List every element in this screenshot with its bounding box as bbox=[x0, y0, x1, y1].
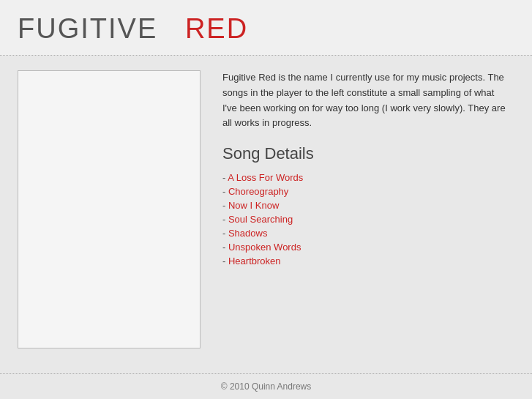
site-title: FUGITIVE RED bbox=[18, 13, 514, 45]
main-content: Fugitive Red is the name I currently use… bbox=[0, 56, 532, 363]
music-player[interactable] bbox=[18, 70, 201, 348]
song-link[interactable]: Choreography bbox=[228, 186, 288, 197]
song-link[interactable]: Unspoken Words bbox=[228, 242, 301, 253]
info-area: Fugitive Red is the name I currently use… bbox=[215, 70, 514, 348]
list-item: - Now I Know bbox=[222, 200, 507, 211]
list-item: - A Loss For Words bbox=[222, 172, 507, 183]
list-item: - Shadows bbox=[222, 228, 507, 239]
site-description: Fugitive Red is the name I currently use… bbox=[222, 70, 507, 131]
song-link[interactable]: A Loss For Words bbox=[228, 172, 303, 183]
site-header: FUGITIVE RED bbox=[0, 0, 532, 56]
site-title-plain: FUGITIVE bbox=[18, 13, 157, 44]
list-item: - Unspoken Words bbox=[222, 242, 507, 253]
song-link[interactable]: Soul Searching bbox=[228, 214, 293, 225]
site-title-accent: RED bbox=[185, 13, 248, 44]
song-link[interactable]: Shadows bbox=[228, 228, 267, 239]
song-link[interactable]: Now I Know bbox=[228, 200, 279, 211]
song-details-heading: Song Details bbox=[222, 144, 507, 163]
copyright-text: © 2010 Quinn Andrews bbox=[221, 381, 312, 392]
list-item: - Choreography bbox=[222, 186, 507, 197]
list-item: - Soul Searching bbox=[222, 214, 507, 225]
site-footer: © 2010 Quinn Andrews bbox=[0, 373, 532, 399]
list-item: - Heartbroken bbox=[222, 256, 507, 266]
song-link[interactable]: Heartbroken bbox=[228, 256, 281, 266]
song-list: - A Loss For Words- Choreography- Now I … bbox=[222, 172, 507, 266]
